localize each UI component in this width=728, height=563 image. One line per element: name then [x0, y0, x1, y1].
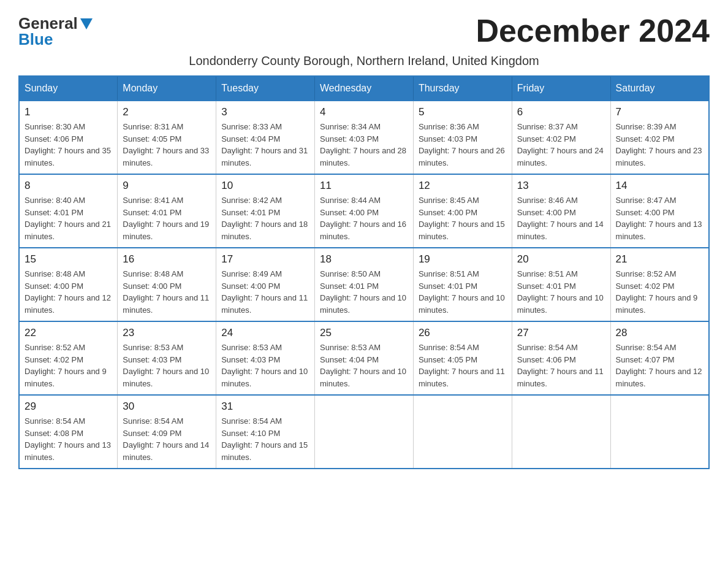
day-info: Sunrise: 8:37 AMSunset: 4:02 PMDaylight:…: [517, 122, 604, 167]
calendar-cell: 5 Sunrise: 8:36 AMSunset: 4:03 PMDayligh…: [413, 101, 512, 174]
day-number: 5: [419, 106, 507, 118]
day-info: Sunrise: 8:52 AMSunset: 4:02 PMDaylight:…: [616, 269, 698, 315]
calendar-cell: 19 Sunrise: 8:51 AMSunset: 4:01 PMDaylig…: [413, 248, 512, 321]
calendar-cell: 24 Sunrise: 8:53 AMSunset: 4:03 PMDaylig…: [216, 321, 315, 395]
calendar-cell: 3 Sunrise: 8:33 AMSunset: 4:04 PMDayligh…: [216, 101, 315, 174]
day-info: Sunrise: 8:49 AMSunset: 4:00 PMDaylight:…: [221, 269, 308, 315]
subtitle: Londonderry County Borough, Northern Ire…: [18, 54, 710, 68]
day-number: 31: [221, 400, 309, 413]
day-number: 26: [419, 327, 507, 339]
day-info: Sunrise: 8:44 AMSunset: 4:00 PMDaylight:…: [320, 196, 406, 241]
day-info: Sunrise: 8:48 AMSunset: 4:00 PMDaylight:…: [25, 269, 111, 315]
day-number: 2: [123, 106, 211, 118]
logo-triangle-icon: [80, 18, 93, 29]
day-number: 28: [616, 327, 703, 339]
day-info: Sunrise: 8:31 AMSunset: 4:05 PMDaylight:…: [123, 122, 209, 167]
calendar-cell: 21 Sunrise: 8:52 AMSunset: 4:02 PMDaylig…: [610, 248, 709, 321]
day-number: 19: [419, 253, 507, 266]
calendar-cell: 1 Sunrise: 8:30 AMSunset: 4:06 PMDayligh…: [19, 101, 118, 174]
calendar-cell: 25 Sunrise: 8:53 AMSunset: 4:04 PMDaylig…: [315, 321, 414, 395]
day-info: Sunrise: 8:30 AMSunset: 4:06 PMDaylight:…: [25, 122, 111, 167]
header: General Blue December 2024: [18, 12, 710, 49]
header-friday: Friday: [512, 76, 610, 101]
day-info: Sunrise: 8:54 AMSunset: 4:06 PMDaylight:…: [517, 343, 604, 388]
logo-general-text: General: [18, 15, 78, 31]
calendar-cell: 11 Sunrise: 8:44 AMSunset: 4:00 PMDaylig…: [315, 174, 414, 248]
day-number: 29: [25, 400, 112, 413]
calendar-cell: 14 Sunrise: 8:47 AMSunset: 4:00 PMDaylig…: [610, 174, 709, 248]
day-info: Sunrise: 8:48 AMSunset: 4:00 PMDaylight:…: [123, 269, 209, 315]
day-info: Sunrise: 8:54 AMSunset: 4:08 PMDaylight:…: [25, 416, 111, 462]
day-number: 4: [320, 106, 408, 118]
header-thursday: Thursday: [413, 76, 512, 101]
page-title: December 2024: [476, 12, 710, 49]
calendar-cell: 16 Sunrise: 8:48 AMSunset: 4:00 PMDaylig…: [118, 248, 216, 321]
day-info: Sunrise: 8:51 AMSunset: 4:01 PMDaylight:…: [517, 269, 604, 315]
header-sunday: Sunday: [19, 76, 118, 101]
day-number: 22: [25, 327, 112, 339]
day-number: 23: [123, 327, 211, 339]
day-info: Sunrise: 8:39 AMSunset: 4:02 PMDaylight:…: [616, 122, 702, 167]
calendar-cell: 31 Sunrise: 8:54 AMSunset: 4:10 PMDaylig…: [216, 395, 315, 469]
day-info: Sunrise: 8:40 AMSunset: 4:01 PMDaylight:…: [25, 196, 111, 241]
calendar-cell: [610, 395, 709, 469]
day-info: Sunrise: 8:53 AMSunset: 4:04 PMDaylight:…: [320, 343, 406, 388]
calendar-cell: 6 Sunrise: 8:37 AMSunset: 4:02 PMDayligh…: [512, 101, 610, 174]
day-number: 9: [123, 180, 211, 192]
week-row-1: 1 Sunrise: 8:30 AMSunset: 4:06 PMDayligh…: [19, 101, 709, 174]
calendar-cell: [315, 395, 414, 469]
calendar-cell: [413, 395, 512, 469]
day-number: 21: [616, 253, 703, 266]
day-info: Sunrise: 8:46 AMSunset: 4:00 PMDaylight:…: [517, 196, 604, 241]
day-number: 27: [517, 327, 605, 339]
day-number: 14: [616, 180, 703, 192]
day-info: Sunrise: 8:42 AMSunset: 4:01 PMDaylight:…: [221, 196, 308, 241]
header-row: SundayMondayTuesdayWednesdayThursdayFrid…: [19, 76, 709, 101]
header-wednesday: Wednesday: [315, 76, 414, 101]
calendar-cell: 12 Sunrise: 8:45 AMSunset: 4:00 PMDaylig…: [413, 174, 512, 248]
day-info: Sunrise: 8:54 AMSunset: 4:10 PMDaylight:…: [221, 416, 308, 462]
calendar-cell: 2 Sunrise: 8:31 AMSunset: 4:05 PMDayligh…: [118, 101, 216, 174]
day-info: Sunrise: 8:53 AMSunset: 4:03 PMDaylight:…: [221, 343, 308, 388]
calendar-cell: 26 Sunrise: 8:54 AMSunset: 4:05 PMDaylig…: [413, 321, 512, 395]
calendar-cell: 18 Sunrise: 8:50 AMSunset: 4:01 PMDaylig…: [315, 248, 414, 321]
calendar-cell: 22 Sunrise: 8:52 AMSunset: 4:02 PMDaylig…: [19, 321, 118, 395]
day-info: Sunrise: 8:47 AMSunset: 4:00 PMDaylight:…: [616, 196, 702, 241]
day-number: 16: [123, 253, 211, 266]
calendar-cell: 9 Sunrise: 8:41 AMSunset: 4:01 PMDayligh…: [118, 174, 216, 248]
logo-blue-text: Blue: [18, 31, 53, 47]
calendar-cell: 23 Sunrise: 8:53 AMSunset: 4:03 PMDaylig…: [118, 321, 216, 395]
day-info: Sunrise: 8:54 AMSunset: 4:05 PMDaylight:…: [419, 343, 505, 388]
calendar-cell: [512, 395, 610, 469]
header-monday: Monday: [118, 76, 216, 101]
calendar-cell: 29 Sunrise: 8:54 AMSunset: 4:08 PMDaylig…: [19, 395, 118, 469]
day-number: 17: [221, 253, 309, 266]
day-info: Sunrise: 8:33 AMSunset: 4:04 PMDaylight:…: [221, 122, 308, 167]
calendar-cell: 27 Sunrise: 8:54 AMSunset: 4:06 PMDaylig…: [512, 321, 610, 395]
day-number: 18: [320, 253, 408, 266]
day-number: 15: [25, 253, 112, 266]
calendar-cell: 28 Sunrise: 8:54 AMSunset: 4:07 PMDaylig…: [610, 321, 709, 395]
week-row-5: 29 Sunrise: 8:54 AMSunset: 4:08 PMDaylig…: [19, 395, 709, 469]
calendar-cell: 15 Sunrise: 8:48 AMSunset: 4:00 PMDaylig…: [19, 248, 118, 321]
day-number: 20: [517, 253, 605, 266]
day-info: Sunrise: 8:45 AMSunset: 4:00 PMDaylight:…: [419, 196, 505, 241]
calendar-cell: 30 Sunrise: 8:54 AMSunset: 4:09 PMDaylig…: [118, 395, 216, 469]
day-info: Sunrise: 8:54 AMSunset: 4:07 PMDaylight:…: [616, 343, 702, 388]
day-number: 6: [517, 106, 605, 118]
day-info: Sunrise: 8:36 AMSunset: 4:03 PMDaylight:…: [419, 122, 505, 167]
calendar-cell: 10 Sunrise: 8:42 AMSunset: 4:01 PMDaylig…: [216, 174, 315, 248]
day-info: Sunrise: 8:50 AMSunset: 4:01 PMDaylight:…: [320, 269, 406, 315]
week-row-4: 22 Sunrise: 8:52 AMSunset: 4:02 PMDaylig…: [19, 321, 709, 395]
calendar-cell: 4 Sunrise: 8:34 AMSunset: 4:03 PMDayligh…: [315, 101, 414, 174]
calendar-table: SundayMondayTuesdayWednesdayThursdayFrid…: [18, 75, 710, 469]
calendar-cell: 13 Sunrise: 8:46 AMSunset: 4:00 PMDaylig…: [512, 174, 610, 248]
day-number: 10: [221, 180, 309, 192]
day-number: 8: [25, 180, 112, 192]
day-info: Sunrise: 8:53 AMSunset: 4:03 PMDaylight:…: [123, 343, 209, 388]
day-info: Sunrise: 8:34 AMSunset: 4:03 PMDaylight:…: [320, 122, 406, 167]
day-info: Sunrise: 8:41 AMSunset: 4:01 PMDaylight:…: [123, 196, 209, 241]
calendar-cell: 20 Sunrise: 8:51 AMSunset: 4:01 PMDaylig…: [512, 248, 610, 321]
header-tuesday: Tuesday: [216, 76, 315, 101]
day-info: Sunrise: 8:52 AMSunset: 4:02 PMDaylight:…: [25, 343, 107, 388]
